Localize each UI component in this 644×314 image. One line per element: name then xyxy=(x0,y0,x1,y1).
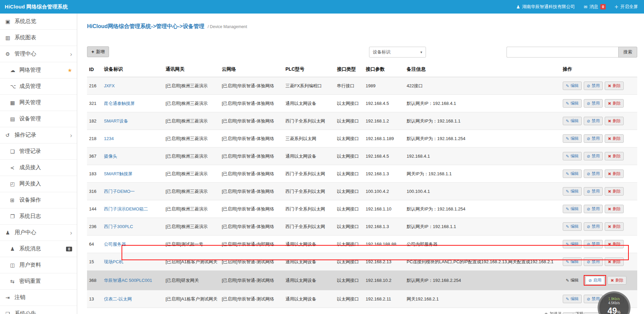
edit-button[interactable]: ✎编辑 xyxy=(563,134,582,143)
delete-button[interactable]: ✖删除 xyxy=(605,257,624,266)
disable-button[interactable]: ⊘禁用 xyxy=(584,240,603,248)
sidebar-item-operation-records[interactable]: ↺操作记录› xyxy=(0,127,77,143)
disable-button[interactable]: ⊘禁用 xyxy=(584,82,603,90)
cloud-network-cell: [已启用]华辰智通-测试网络 xyxy=(222,308,285,314)
disable-button[interactable]: ⊘禁用 xyxy=(584,257,603,266)
device-name-link[interactable]: 1234 xyxy=(104,136,114,141)
sidebar-item-management-records[interactable]: ❏管理记录 xyxy=(0,143,77,160)
device-name-cell: SMART触摸屏 xyxy=(104,165,166,183)
sidebar-item-logout[interactable]: ⇥注销 xyxy=(0,290,77,306)
sidebar-item-management-center[interactable]: ⚙管理中心› xyxy=(0,46,77,62)
delete-button[interactable]: ✖删除 xyxy=(605,82,624,90)
delete-button[interactable]: ✖删除 xyxy=(605,170,624,178)
messages-menu[interactable]: ✉ 消息 0 xyxy=(584,4,606,10)
device-name-link[interactable]: 仪表二-以太网 xyxy=(104,296,132,301)
device-name-link[interactable]: SMART设备 xyxy=(104,118,128,124)
download-speed: 4.5Kb/s xyxy=(608,301,620,305)
edit-button[interactable]: ✎编辑 xyxy=(563,276,582,285)
disable-button[interactable]: ⊘禁用 xyxy=(584,99,603,108)
delete-button[interactable]: ✖删除 xyxy=(605,222,624,231)
sidebar-item-password-reset[interactable]: ⇆密码重置 xyxy=(0,273,77,290)
disable-button[interactable]: ⊘禁用 xyxy=(584,117,603,125)
edit-icon: ✎ xyxy=(566,189,569,194)
disable-button[interactable]: ⊘禁用 xyxy=(584,152,603,160)
enable-button[interactable]: ⊘启用 xyxy=(585,276,604,285)
device-table: ID设备标识通讯网关云网络PLC型号接口类型接口参数备注信息操作 216JXFX… xyxy=(87,62,637,314)
add-device-button[interactable]: + 新增 xyxy=(87,46,109,57)
cloud-network-cell: [已启用]华辰智通-体验网络 xyxy=(222,183,285,200)
disable-button[interactable]: ⊘禁用 xyxy=(584,205,603,213)
interface-type-cell: 串行接口 xyxy=(337,308,366,314)
delete-button[interactable]: ✖删除 xyxy=(605,99,624,108)
sidebar-item-gateway-management[interactable]: ▦网关管理 xyxy=(0,95,77,111)
column-header: 通讯网关 xyxy=(166,62,222,77)
edit-button[interactable]: ✎编辑 xyxy=(563,117,582,125)
sidebar-item-system-overview[interactable]: ▣系统总览 xyxy=(0,14,77,30)
sidebar-item-user-profile[interactable]: ◫用户资料 xyxy=(0,257,77,273)
sidebar-item-member-management[interactable]: ⌥成员管理 xyxy=(0,78,77,95)
filter-dropdown[interactable]: 设备标识 ▾ xyxy=(369,47,426,58)
person-icon: ♟ xyxy=(516,4,520,9)
delete-button[interactable]: ✖删除 xyxy=(607,276,626,285)
device-name-link[interactable]: 摄像头 xyxy=(104,154,117,159)
table-row: 182SMART设备[已启用]株洲三菱演示[已启用]华辰智通-体验网络西门子全系… xyxy=(87,112,637,130)
disable-button[interactable]: ⊘禁用 xyxy=(584,222,603,231)
edit-button[interactable]: ✎编辑 xyxy=(563,295,582,303)
sidebar-item-device-operations[interactable]: ⊞设备操作 xyxy=(0,192,77,208)
sidebar-item-system-logs[interactable]: ❐系统日志 xyxy=(0,208,77,225)
ban-icon: ⊘ xyxy=(587,119,590,124)
device-name-link[interactable]: 昆仑通泰触摸屏 xyxy=(104,101,135,106)
chevron-right-icon: › xyxy=(70,51,72,57)
accelerator-item[interactable]: ◉ 加速器 xyxy=(544,311,562,314)
device-id-cell: 144 xyxy=(87,200,104,218)
sidebar-item-system-announcement[interactable]: ❑系统公告 xyxy=(0,306,77,314)
sidebar-item-network-management[interactable]: ☁网络管理★ xyxy=(0,62,77,78)
device-name-link[interactable]: SMART触摸屏 xyxy=(104,171,132,176)
delete-button[interactable]: ✖删除 xyxy=(605,240,624,248)
edit-button[interactable]: ✎编辑 xyxy=(563,187,582,196)
disable-button[interactable]: ⊘禁用 xyxy=(584,187,603,196)
search-button[interactable]: 搜索 xyxy=(618,47,637,58)
download-item[interactable]: ↓ 下载 xyxy=(572,311,584,314)
disable-button[interactable]: ⊘禁用 xyxy=(584,134,603,143)
ban-icon: ⊘ xyxy=(587,224,590,229)
fullscreen-button[interactable]: ✛ 开启全屏 xyxy=(615,4,638,10)
sidebar-item-user-center[interactable]: ♟用户中心› xyxy=(0,225,77,241)
delete-button[interactable]: ✖删除 xyxy=(605,187,624,196)
sidebar-item-device-management[interactable]: ▤设备管理 xyxy=(0,111,77,127)
sidebar-item-system-charts[interactable]: ▥系统图表 xyxy=(0,30,77,46)
delete-button[interactable]: ✖删除 xyxy=(605,134,624,143)
edit-button[interactable]: ✎编辑 xyxy=(563,240,582,248)
device-name-link[interactable]: 公司服务器 xyxy=(104,242,126,247)
edit-button[interactable]: ✎编辑 xyxy=(563,170,582,178)
plc-model-cell: 通用串口设备 xyxy=(285,308,337,314)
device-name-link[interactable]: 现场PC机 xyxy=(104,259,123,264)
device-name-link[interactable]: JXFX xyxy=(104,83,115,88)
device-name-cell: 智能仪表-串口 xyxy=(104,308,166,314)
device-id-cell: 236 xyxy=(87,218,104,236)
edit-button[interactable]: ✎编辑 xyxy=(563,205,582,213)
sidebar-item-gateway-access[interactable]: ◰网关接入 xyxy=(0,176,77,192)
device-name-link[interactable]: 华辰智通AC 500PLC001 xyxy=(104,278,152,283)
delete-button[interactable]: ✖删除 xyxy=(605,117,624,125)
interface-param-cell: 192.168.2.11 xyxy=(366,290,407,308)
delete-icon: ✖ xyxy=(608,101,611,106)
edit-button[interactable]: ✎编辑 xyxy=(563,222,582,231)
disable-button[interactable]: ⊘禁用 xyxy=(584,170,603,178)
edit-button[interactable]: ✎编辑 xyxy=(563,257,582,266)
sidebar-item-member-access[interactable]: ≺成员接入 xyxy=(0,160,77,176)
device-name-link[interactable]: 西门子DEMO一 xyxy=(104,189,135,194)
sidebar-item-system-messages[interactable]: ♟系统消息0 xyxy=(0,241,77,257)
delete-button[interactable]: ✖删除 xyxy=(605,152,624,160)
delete-button[interactable]: ✖删除 xyxy=(605,205,624,213)
bottom-strip: ◉ 加速器 ↓ 下载 xyxy=(544,311,584,314)
cards-icon: ◫ xyxy=(10,262,19,268)
company-menu[interactable]: ♟ 湖南华辰智通科技有限公司 xyxy=(516,4,575,10)
device-name-link[interactable]: 西门子300PLC xyxy=(104,224,133,229)
edit-button[interactable]: ✎编辑 xyxy=(563,82,582,90)
search-input[interactable] xyxy=(507,47,618,58)
device-name-link[interactable]: 西门子演示DEMO箱二 xyxy=(104,206,148,211)
delete-button-label: 删除 xyxy=(613,153,621,159)
edit-button[interactable]: ✎编辑 xyxy=(563,99,582,108)
edit-button[interactable]: ✎编辑 xyxy=(563,152,582,160)
